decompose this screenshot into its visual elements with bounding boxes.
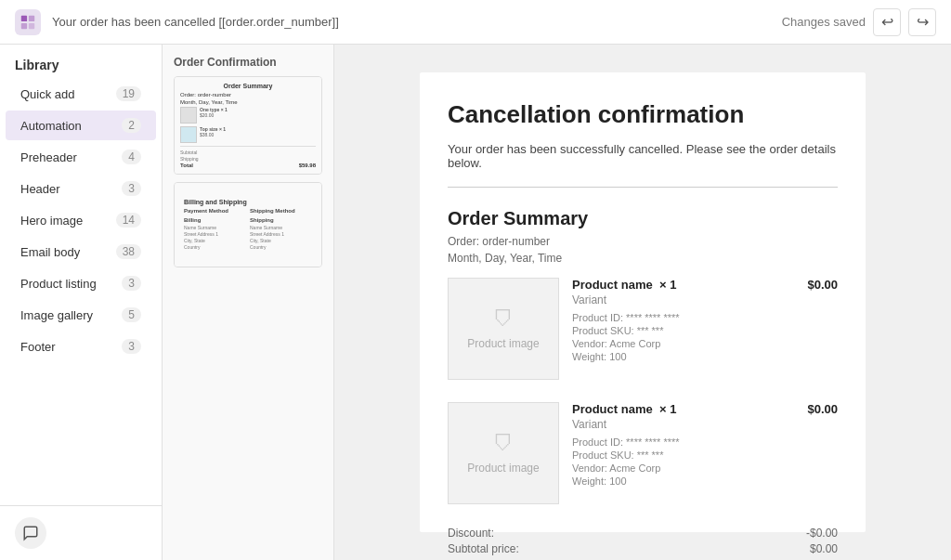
product-vendor-1: Vendor: Acme Corp (572, 338, 838, 349)
order-summary-title: Order Summary (448, 208, 838, 229)
sidebar-item-label-footer: Footer (20, 340, 56, 354)
product-info-2: Product name × 1 $0.00 Variant Product I… (572, 402, 838, 488)
product-name-row-1: Product name × 1 $0.00 (572, 278, 838, 292)
sidebar-footer (0, 505, 162, 560)
sidebar-item-quick-add[interactable]: Quick add 19 (6, 79, 156, 109)
table-row: ⛉ Product image Product name × 1 $0.00 V… (448, 402, 838, 512)
topbar-actions: Changes saved ↩ ↪ (782, 8, 936, 36)
panel: Order Confirmation Order Summary Order: … (163, 45, 334, 560)
sidebar-item-label-hero-image: Hero image (20, 214, 83, 228)
product-name-1: Product name × 1 (572, 278, 676, 292)
sidebar-item-label-header: Header (20, 182, 60, 196)
product-name-row-2: Product name × 1 $0.00 (572, 402, 838, 416)
sidebar-item-count-product-listing: 3 (122, 276, 141, 291)
subtotal-value: $0.00 (810, 542, 838, 555)
sidebar-item-label-product-listing: Product listing (20, 277, 97, 291)
product-price-1: $0.00 (807, 278, 838, 292)
cancellation-subtitle: Your order has been successfully cancell… (448, 142, 838, 170)
discount-label: Discount: (448, 527, 494, 540)
sidebar-item-count-footer: 3 (122, 339, 141, 354)
svg-rect-2 (21, 22, 27, 28)
svg-rect-3 (29, 22, 34, 28)
app-logo (15, 9, 41, 35)
product-weight-2: Weight: 100 (572, 475, 838, 487)
subtotal-label: Subtotal price: (448, 542, 519, 555)
product-list: ⛉ Product image Product name × 1 $0.00 V… (448, 278, 838, 512)
product-sku-2: Product SKU: *** *** (572, 449, 838, 461)
email-preview-area: Cancellation confirmation Your order has… (334, 45, 951, 560)
image-placeholder-icon-2: ⛉ (493, 432, 514, 456)
sidebar-item-count-header: 3 (122, 181, 141, 196)
changes-saved-status: Changes saved (782, 15, 866, 29)
discount-value: -$0.00 (806, 527, 838, 540)
sidebar-item-preheader[interactable]: Preheader 4 (6, 142, 156, 172)
divider (448, 187, 838, 188)
product-qty-1: × 1 (659, 278, 676, 292)
product-name-2: Product name × 1 (572, 402, 676, 416)
sidebar-item-count-quick-add: 19 (116, 86, 141, 101)
order-summary-footer: Discount: -$0.00 Subtotal price: $0.00 S… (448, 527, 838, 560)
main-layout: Library Quick add 19 Automation 2 Prehea… (0, 45, 951, 560)
product-qty-2: × 1 (659, 402, 676, 416)
product-image-2: ⛉ Product image (448, 402, 559, 504)
sidebar-item-label-preheader: Preheader (20, 150, 77, 164)
undo-button[interactable]: ↩ (873, 8, 901, 36)
product-name-text-1: Product name (572, 278, 653, 292)
sidebar-item-label-email-body: Email body (20, 245, 80, 259)
sidebar-item-footer[interactable]: Footer 3 (6, 332, 156, 361)
chat-button[interactable] (15, 517, 46, 549)
sidebar-item-product-listing[interactable]: Product listing 3 (6, 268, 156, 298)
product-id-2: Product ID: **** **** **** (572, 436, 838, 448)
sidebar-item-hero-image[interactable]: Hero image 14 (6, 205, 156, 235)
sidebar-item-label-image-gallery: Image gallery (20, 308, 93, 322)
email-body: Cancellation confirmation Your order has… (420, 72, 866, 532)
sidebar-item-automation[interactable]: Automation 2 (6, 111, 156, 140)
sidebar-item-count-email-body: 38 (116, 244, 141, 259)
product-image-label-1: Product image (467, 337, 539, 350)
redo-button[interactable]: ↪ (908, 8, 936, 36)
sidebar-item-count-hero-image: 14 (116, 213, 141, 228)
sidebar-item-image-gallery[interactable]: Image gallery 5 (6, 300, 156, 330)
product-weight-1: Weight: 100 (572, 351, 838, 362)
table-row: ⛉ Product image Product name × 1 $0.00 V… (448, 278, 838, 387)
sidebar-item-count-automation: 2 (122, 118, 141, 133)
order-date-meta: Month, Day, Year, Time (448, 252, 838, 265)
sidebar: Library Quick add 19 Automation 2 Prehea… (0, 45, 163, 560)
image-placeholder-icon: ⛉ (493, 307, 514, 332)
sidebar-item-label-quick-add: Quick add (20, 87, 75, 101)
product-vendor-2: Vendor: Acme Corp (572, 462, 838, 474)
svg-rect-0 (21, 15, 27, 20)
product-id-1: Product ID: **** **** **** (572, 312, 838, 323)
panel-section-title-order-confirmation: Order Confirmation (174, 56, 322, 69)
product-info-1: Product name × 1 $0.00 Variant Product I… (572, 278, 838, 364)
panel-card-billing-shipping[interactable]: Billing and Shipping Payment Method Bill… (174, 182, 322, 267)
order-number-meta: Order: order-number (448, 235, 838, 248)
product-variant-2: Variant (572, 418, 838, 431)
sidebar-item-header[interactable]: Header 3 (6, 174, 156, 203)
product-name-text-2: Product name (572, 402, 653, 416)
panel-section-order-confirmation: Order Confirmation Order Summary Order: … (174, 56, 322, 267)
sidebar-item-email-body[interactable]: Email body 38 (6, 237, 156, 267)
summary-discount-row: Discount: -$0.00 (448, 527, 838, 540)
svg-rect-1 (29, 15, 34, 20)
page-title: Your order has been cancelled [[order.or… (52, 15, 771, 29)
product-sku-1: Product SKU: *** *** (572, 325, 838, 336)
panel-card-order-summary[interactable]: Order Summary Order: order-number Month,… (174, 76, 322, 175)
sidebar-item-count-preheader: 4 (122, 150, 141, 164)
product-variant-1: Variant (572, 293, 838, 306)
sidebar-item-label-automation: Automation (20, 119, 82, 133)
product-price-2: $0.00 (807, 402, 838, 416)
cancellation-heading: Cancellation confirmation (448, 100, 838, 129)
product-image-1: ⛉ Product image (448, 278, 559, 380)
summary-subtotal-row: Subtotal price: $0.00 (448, 542, 838, 555)
topbar: Your order has been cancelled [[order.or… (0, 0, 951, 45)
library-title: Library (0, 45, 162, 78)
sidebar-item-count-image-gallery: 5 (122, 307, 141, 322)
product-image-label-2: Product image (467, 462, 539, 475)
